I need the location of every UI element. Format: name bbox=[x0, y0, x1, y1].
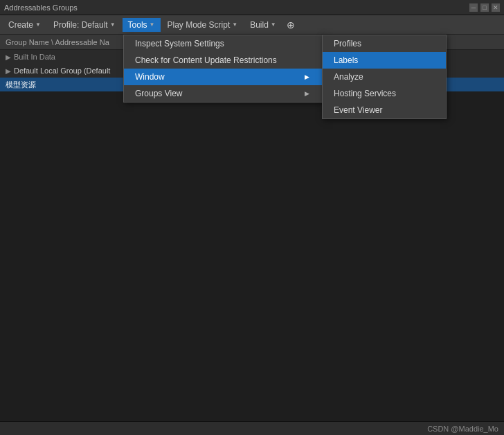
menu-item-label: Groups View bbox=[135, 89, 182, 98]
expand-icon: ▶ bbox=[6, 67, 11, 75]
create-label: Create bbox=[8, 20, 33, 30]
close-button[interactable]: ✕ bbox=[492, 3, 500, 12]
search-button[interactable]: ⊕ bbox=[283, 17, 298, 33]
menu-item-hosting-services[interactable]: Hosting Services bbox=[323, 85, 446, 102]
menu-item-label: Labels bbox=[334, 55, 358, 65]
tools-arrow-icon: ▼ bbox=[150, 21, 155, 28]
menu-item-label: Inspect System Settings bbox=[135, 39, 224, 48]
menu-item-label: Profiles bbox=[334, 39, 361, 48]
menu-item-label: Check for Content Update Restrictions bbox=[135, 55, 277, 65]
menu-item-event-viewer[interactable]: Event Viewer bbox=[323, 102, 446, 118]
create-button[interactable]: Create ▼ bbox=[3, 18, 46, 32]
menu-item-groups-view[interactable]: Groups View ▶ bbox=[124, 85, 323, 102]
tools-button[interactable]: Tools ▼ bbox=[123, 18, 161, 32]
window-submenu: Profiles Labels Analyze Hosting Services… bbox=[322, 35, 447, 119]
row-label: Default Local Group (Default bbox=[14, 66, 110, 75]
minimize-button[interactable]: ─ bbox=[469, 3, 478, 12]
submenu-arrow-icon: ▶ bbox=[305, 90, 309, 97]
row-label: 模型资源 bbox=[6, 80, 36, 90]
submenu-arrow-icon: ▶ bbox=[305, 73, 309, 80]
menu-item-label: Analyze bbox=[334, 72, 363, 82]
window-title: Addressables Groups bbox=[4, 3, 78, 12]
window-controls[interactable]: ─ □ ✕ bbox=[469, 3, 500, 12]
title-bar: Addressables Groups ─ □ ✕ bbox=[0, 0, 504, 15]
menu-item-inspect[interactable]: Inspect System Settings bbox=[124, 35, 323, 52]
playmode-button[interactable]: Play Mode Script ▼ bbox=[162, 18, 244, 32]
menu-item-label: Hosting Services bbox=[334, 89, 396, 98]
playmode-label: Play Mode Script bbox=[168, 20, 231, 30]
profile-button[interactable]: Profile: Default ▼ bbox=[48, 18, 121, 32]
menu-item-label: Window bbox=[135, 72, 165, 82]
footer-text: CSDN @Maddie_Mo bbox=[427, 425, 498, 433]
create-arrow-icon: ▼ bbox=[35, 21, 41, 28]
profile-arrow-icon: ▼ bbox=[110, 21, 116, 28]
col1-header: Group Name \ Addressable Na bbox=[6, 38, 109, 46]
menu-item-labels[interactable]: Labels bbox=[323, 52, 446, 69]
footer: CSDN @Maddie_Mo bbox=[0, 421, 504, 435]
playmode-arrow-icon: ▼ bbox=[232, 21, 237, 28]
tools-menu: Inspect System Settings Check for Conten… bbox=[123, 35, 324, 103]
toolbar: Create ▼ Profile: Default ▼ Tools ▼ Play… bbox=[0, 15, 504, 35]
build-arrow-icon: ▼ bbox=[271, 21, 276, 28]
menu-item-label: Event Viewer bbox=[334, 105, 382, 115]
row-label: Built In Data bbox=[14, 53, 55, 61]
menu-item-analyze[interactable]: Analyze bbox=[323, 69, 446, 85]
menu-item-window[interactable]: Window ▶ bbox=[124, 69, 323, 85]
menu-item-check-update[interactable]: Check for Content Update Restrictions bbox=[124, 52, 323, 69]
profile-label: Profile: Default bbox=[53, 20, 108, 30]
expand-icon: ▶ bbox=[6, 53, 11, 61]
build-button[interactable]: Build ▼ bbox=[244, 18, 282, 32]
tools-label: Tools bbox=[128, 20, 147, 30]
search-icon: ⊕ bbox=[287, 19, 295, 30]
build-label: Build bbox=[250, 20, 269, 30]
maximize-button[interactable]: □ bbox=[480, 3, 489, 12]
menu-item-profiles[interactable]: Profiles bbox=[323, 35, 446, 52]
